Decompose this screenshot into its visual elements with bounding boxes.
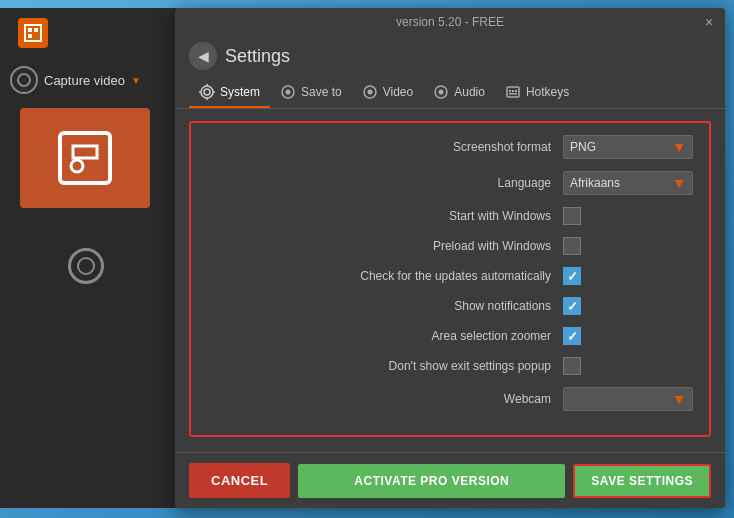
screenshot-format-arrow: ▼ bbox=[672, 139, 686, 155]
saveto-tab-icon bbox=[280, 84, 296, 100]
tab-saveto-label: Save to bbox=[301, 85, 342, 99]
dont-show-exit-label: Don't show exit settings popup bbox=[207, 359, 563, 373]
save-settings-button[interactable]: SAVE SETTINGS bbox=[573, 464, 711, 498]
audio-tab-icon bbox=[433, 84, 449, 100]
cancel-button[interactable]: CANCEL bbox=[189, 463, 290, 498]
app-logo-icon bbox=[24, 24, 42, 42]
capture-icon bbox=[10, 66, 38, 94]
check-updates-row: Check for the updates automatically bbox=[207, 267, 693, 285]
preload-windows-checkbox[interactable] bbox=[563, 237, 581, 255]
record-icon bbox=[77, 257, 95, 275]
record-button[interactable] bbox=[68, 248, 104, 284]
show-notifications-row: Show notifications bbox=[207, 297, 693, 315]
capture-dropdown-arrow: ▼ bbox=[131, 75, 141, 86]
language-value: Afrikaans bbox=[570, 176, 620, 190]
svg-rect-22 bbox=[509, 93, 517, 95]
area-zoomer-checkbox[interactable] bbox=[563, 327, 581, 345]
settings-content: Screenshot format PNG ▼ Language Afrikaa… bbox=[175, 109, 725, 452]
screenshot-format-label: Screenshot format bbox=[207, 140, 563, 154]
preload-windows-control bbox=[563, 237, 693, 255]
preload-windows-label: Preload with Windows bbox=[207, 239, 563, 253]
header-row: ◀ Settings bbox=[175, 36, 725, 74]
show-notifications-control bbox=[563, 297, 693, 315]
screenshot-format-row: Screenshot format PNG ▼ bbox=[207, 135, 693, 159]
webcam-row: Webcam ▼ bbox=[207, 387, 693, 411]
svg-rect-4 bbox=[34, 28, 38, 32]
svg-rect-20 bbox=[512, 90, 514, 92]
language-row: Language Afrikaans ▼ bbox=[207, 171, 693, 195]
svg-point-13 bbox=[286, 90, 291, 95]
check-updates-control bbox=[563, 267, 693, 285]
video-tab-icon bbox=[362, 84, 378, 100]
preload-windows-row: Preload with Windows bbox=[207, 237, 693, 255]
tab-hotkeys-label: Hotkeys bbox=[526, 85, 569, 99]
hotkeys-tab-icon bbox=[505, 84, 521, 100]
start-windows-checkbox[interactable] bbox=[563, 207, 581, 225]
tab-system-label: System bbox=[220, 85, 260, 99]
dont-show-exit-checkbox[interactable] bbox=[563, 357, 581, 375]
check-updates-checkbox[interactable] bbox=[563, 267, 581, 285]
capture-label: Capture video bbox=[44, 73, 125, 88]
language-arrow: ▼ bbox=[672, 175, 686, 191]
page-title: Settings bbox=[225, 46, 290, 67]
settings-panel: Screenshot format PNG ▼ Language Afrikaa… bbox=[189, 121, 711, 437]
left-panel: Capture video ▼ bbox=[0, 8, 180, 508]
svg-rect-2 bbox=[25, 25, 41, 41]
svg-point-17 bbox=[439, 90, 444, 95]
tab-audio-label: Audio bbox=[454, 85, 485, 99]
show-notifications-checkbox[interactable] bbox=[563, 297, 581, 315]
screenshot-format-dropdown[interactable]: PNG ▼ bbox=[563, 135, 693, 159]
capture-icon-inner bbox=[17, 73, 31, 87]
language-control: Afrikaans ▼ bbox=[563, 171, 693, 195]
close-button[interactable]: × bbox=[701, 14, 717, 30]
webcam-dropdown[interactable]: ▼ bbox=[563, 387, 693, 411]
area-zoomer-label: Area selection zoomer bbox=[207, 329, 563, 343]
webcam-arrow: ▼ bbox=[672, 391, 686, 407]
language-label: Language bbox=[207, 176, 563, 190]
svg-point-15 bbox=[367, 90, 372, 95]
system-tab-icon bbox=[199, 84, 215, 100]
start-windows-label: Start with Windows bbox=[207, 209, 563, 223]
thumbnail bbox=[20, 108, 150, 208]
app-icon bbox=[18, 18, 48, 48]
version-text: version 5.20 - FREE bbox=[396, 15, 504, 29]
area-zoomer-row: Area selection zoomer bbox=[207, 327, 693, 345]
svg-point-6 bbox=[201, 86, 213, 98]
svg-rect-5 bbox=[28, 34, 32, 38]
dont-show-exit-row: Don't show exit settings popup bbox=[207, 357, 693, 375]
start-windows-control bbox=[563, 207, 693, 225]
tab-system[interactable]: System bbox=[189, 78, 270, 108]
capture-video-button[interactable]: Capture video ▼ bbox=[10, 66, 141, 94]
title-bar: version 5.20 - FREE × bbox=[175, 8, 725, 36]
back-button[interactable]: ◀ bbox=[189, 42, 217, 70]
svg-point-1 bbox=[71, 160, 83, 172]
show-notifications-label: Show notifications bbox=[207, 299, 563, 313]
thumbnail-icon bbox=[55, 128, 115, 188]
tab-hotkeys[interactable]: Hotkeys bbox=[495, 78, 579, 108]
area-zoomer-control bbox=[563, 327, 693, 345]
activate-button[interactable]: ACTIVATE PRO VERSION bbox=[298, 464, 565, 498]
svg-point-7 bbox=[204, 89, 210, 95]
dont-show-exit-control bbox=[563, 357, 693, 375]
svg-rect-3 bbox=[28, 28, 32, 32]
tab-video-label: Video bbox=[383, 85, 413, 99]
screenshot-format-value: PNG bbox=[570, 140, 596, 154]
screenshot-format-control: PNG ▼ bbox=[563, 135, 693, 159]
back-icon: ◀ bbox=[198, 48, 209, 64]
button-row: CANCEL ACTIVATE PRO VERSION SAVE SETTING… bbox=[175, 452, 725, 508]
svg-rect-19 bbox=[509, 90, 511, 92]
webcam-control: ▼ bbox=[563, 387, 693, 411]
tab-video[interactable]: Video bbox=[352, 78, 423, 108]
tab-audio[interactable]: Audio bbox=[423, 78, 495, 108]
check-updates-label: Check for the updates automatically bbox=[207, 269, 563, 283]
settings-dialog: version 5.20 - FREE × ◀ Settings System bbox=[175, 8, 725, 508]
start-windows-row: Start with Windows bbox=[207, 207, 693, 225]
language-dropdown[interactable]: Afrikaans ▼ bbox=[563, 171, 693, 195]
tab-saveto[interactable]: Save to bbox=[270, 78, 352, 108]
tabs-row: System Save to Video bbox=[175, 74, 725, 109]
svg-rect-21 bbox=[515, 90, 517, 92]
webcam-label: Webcam bbox=[207, 392, 563, 406]
